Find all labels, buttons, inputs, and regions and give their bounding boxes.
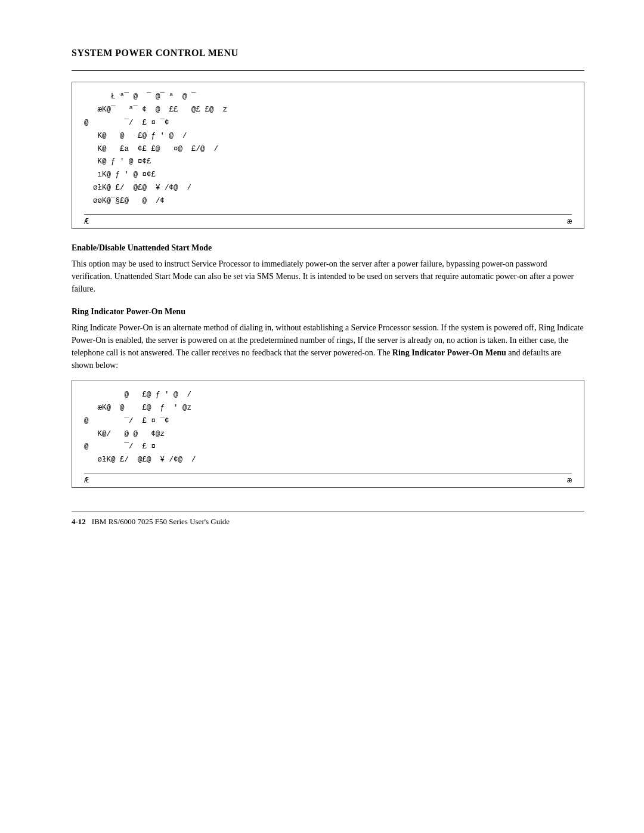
- section1-heading: Enable/Disable Unattended Start Mode: [72, 243, 584, 253]
- footer-page-number: 4-12: [72, 517, 86, 527]
- menu-line-2-2: æK@ @ £@ ƒ ' @z: [84, 402, 572, 415]
- section2-bold: Ring Indicator Power-On Menu: [392, 348, 506, 357]
- menu-line-1-8: øłK@ £/ @£@ ¥ /¢@ /: [84, 182, 572, 195]
- page-footer: 4-12 IBM RS/6000 7025 F50 Series User's …: [72, 512, 584, 527]
- page-title: SYSTEM POWER CONTROL MENU: [72, 48, 584, 58]
- footer-text: IBM RS/6000 7025 F50 Series User's Guide: [92, 517, 230, 527]
- menu-line-1-1: Ł ª¯ @ ¯ @¯ ª @ ¯: [84, 91, 572, 104]
- menu-line-1-6: K@ ƒ ' @ ¤¢£: [84, 156, 572, 169]
- title-divider: [72, 70, 584, 71]
- section-ring-indicator: Ring Indicator Power-On Menu Ring Indica…: [72, 307, 584, 371]
- menu-box-1-footer-left: Æ: [84, 217, 89, 226]
- menu-line-1-7: ıK@ ƒ ' @ ¤¢£: [84, 169, 572, 182]
- menu-line-2-6: øłK@ £/ @£@ ¥ /¢@ /: [84, 454, 572, 467]
- menu-box-2-footer: Æ æ: [84, 473, 572, 487]
- menu-box-2-footer-left: Æ: [84, 476, 89, 485]
- section1-paragraph: This option may be used to instruct Serv…: [72, 258, 584, 295]
- section2-heading: Ring Indicator Power-On Menu: [72, 307, 584, 317]
- menu-box-2-footer-right: æ: [567, 476, 572, 485]
- menu-box-2: @ £@ ƒ ' @ / æK@ @ £@ ƒ ' @z @ ¯/ £ ¤ ¯¢…: [72, 380, 584, 488]
- menu-line-2-5: @ ¯/ £ ¤: [84, 441, 572, 454]
- menu-line-1-2: æK@¯ ª¯ ¢ @ ££ @£ £@ z: [84, 104, 572, 117]
- menu-box-1-content: Ł ª¯ @ ¯ @¯ ª @ ¯ æK@¯ ª¯ ¢ @ ££ @£ £@ z…: [84, 91, 572, 208]
- menu-line-1-5: K@ £a ¢£ £@ ¤@ £/@ /: [84, 143, 572, 156]
- menu-line-1-9: øøK@¯§£@ @ /¢: [84, 195, 572, 208]
- section2-body: Ring Indicate Power-On is an alternate m…: [72, 321, 584, 371]
- menu-line-2-3: @ ¯/ £ ¤ ¯¢: [84, 415, 572, 428]
- menu-line-2-4: K@/ @ @ ¢@z: [84, 428, 572, 441]
- menu-box-1: Ł ª¯ @ ¯ @¯ ª @ ¯ æK@¯ ª¯ ¢ @ ££ @£ £@ z…: [72, 82, 584, 229]
- menu-box-2-content: @ £@ ƒ ' @ / æK@ @ £@ ƒ ' @z @ ¯/ £ ¤ ¯¢…: [84, 389, 572, 467]
- section-enable-disable: Enable/Disable Unattended Start Mode Thi…: [72, 243, 584, 295]
- menu-line-1-4: K@ @ £@ ƒ ' @ /: [84, 130, 572, 143]
- menu-line-2-1: @ £@ ƒ ' @ /: [84, 389, 572, 402]
- menu-box-1-footer: Æ æ: [84, 214, 572, 228]
- menu-box-1-footer-right: æ: [567, 217, 572, 226]
- menu-line-1-3: @ ¯/ £ ¤ ¯¢: [84, 117, 572, 130]
